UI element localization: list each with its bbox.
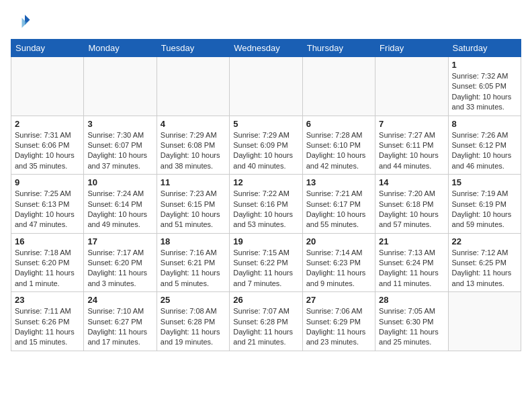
weekday-header-tuesday: Tuesday (157, 40, 229, 57)
cell-info: Sunrise: 7:26 AM Sunset: 6:12 PM Dayligh… (452, 130, 517, 172)
day-number: 1 (452, 60, 517, 70)
cell-info: Sunrise: 7:14 AM Sunset: 6:23 PM Dayligh… (306, 248, 371, 289)
cell-info: Sunrise: 7:28 AM Sunset: 6:10 PM Dayligh… (306, 130, 371, 172)
day-number: 22 (452, 236, 517, 246)
calendar-cell: 13Sunrise: 7:21 AM Sunset: 6:17 PM Dayli… (302, 175, 375, 234)
calendar-cell: 16Sunrise: 7:18 AM Sunset: 6:20 PM Dayli… (11, 233, 84, 292)
calendar-cell: 21Sunrise: 7:13 AM Sunset: 6:24 PM Dayli… (375, 233, 448, 292)
day-number: 19 (233, 236, 298, 246)
day-number: 27 (306, 295, 371, 305)
cell-info: Sunrise: 7:31 AM Sunset: 6:06 PM Dayligh… (15, 130, 80, 172)
calendar-cell: 7Sunrise: 7:27 AM Sunset: 6:11 PM Daylig… (375, 116, 448, 175)
weekday-header-wednesday: Wednesday (230, 40, 302, 57)
cell-info: Sunrise: 7:16 AM Sunset: 6:21 PM Dayligh… (161, 248, 226, 289)
day-number: 8 (452, 119, 517, 129)
cell-info: Sunrise: 7:23 AM Sunset: 6:15 PM Dayligh… (161, 189, 226, 230)
calendar-cell (11, 57, 84, 116)
day-number: 7 (379, 119, 444, 129)
calendar-cell (230, 57, 302, 116)
day-number: 26 (233, 295, 298, 305)
cell-info: Sunrise: 7:18 AM Sunset: 6:20 PM Dayligh… (15, 248, 80, 289)
weekday-header-saturday: Saturday (448, 40, 521, 57)
page-header (11, 11, 521, 31)
cell-info: Sunrise: 7:07 AM Sunset: 6:28 PM Dayligh… (233, 306, 298, 348)
day-number: 20 (306, 236, 371, 246)
week-row-5: 23Sunrise: 7:11 AM Sunset: 6:26 PM Dayli… (11, 292, 521, 351)
cell-info: Sunrise: 7:10 AM Sunset: 6:27 PM Dayligh… (87, 306, 152, 348)
calendar-cell: 15Sunrise: 7:19 AM Sunset: 6:19 PM Dayli… (448, 175, 521, 234)
day-number: 4 (161, 119, 226, 129)
calendar-header-row: SundayMondayTuesdayWednesdayThursdayFrid… (11, 40, 521, 57)
calendar-cell: 25Sunrise: 7:08 AM Sunset: 6:28 PM Dayli… (157, 292, 229, 351)
cell-info: Sunrise: 7:06 AM Sunset: 6:29 PM Dayligh… (306, 306, 371, 348)
day-number: 5 (233, 119, 298, 129)
calendar-cell (375, 57, 448, 116)
calendar-cell: 19Sunrise: 7:15 AM Sunset: 6:22 PM Dayli… (230, 233, 302, 292)
calendar-cell: 14Sunrise: 7:20 AM Sunset: 6:18 PM Dayli… (375, 175, 448, 234)
cell-info: Sunrise: 7:29 AM Sunset: 6:08 PM Dayligh… (161, 130, 226, 172)
calendar-cell (157, 57, 229, 116)
calendar-cell (448, 292, 521, 351)
cell-info: Sunrise: 7:21 AM Sunset: 6:17 PM Dayligh… (306, 189, 371, 230)
day-number: 17 (87, 236, 152, 246)
calendar-cell: 28Sunrise: 7:05 AM Sunset: 6:30 PM Dayli… (375, 292, 448, 351)
calendar-cell: 6Sunrise: 7:28 AM Sunset: 6:10 PM Daylig… (302, 116, 375, 175)
week-row-1: 1Sunrise: 7:32 AM Sunset: 6:05 PM Daylig… (11, 57, 521, 116)
cell-info: Sunrise: 7:25 AM Sunset: 6:13 PM Dayligh… (15, 189, 80, 230)
calendar-cell: 20Sunrise: 7:14 AM Sunset: 6:23 PM Dayli… (302, 233, 375, 292)
week-row-4: 16Sunrise: 7:18 AM Sunset: 6:20 PM Dayli… (11, 233, 521, 292)
calendar-cell: 8Sunrise: 7:26 AM Sunset: 6:12 PM Daylig… (448, 116, 521, 175)
cell-info: Sunrise: 7:20 AM Sunset: 6:18 PM Dayligh… (379, 189, 444, 230)
calendar-cell: 3Sunrise: 7:30 AM Sunset: 6:07 PM Daylig… (84, 116, 157, 175)
day-number: 13 (306, 177, 371, 187)
day-number: 14 (379, 177, 444, 187)
cell-info: Sunrise: 7:32 AM Sunset: 6:05 PM Dayligh… (452, 71, 517, 113)
cell-info: Sunrise: 7:19 AM Sunset: 6:19 PM Dayligh… (452, 189, 517, 230)
cell-info: Sunrise: 7:13 AM Sunset: 6:24 PM Dayligh… (379, 248, 444, 289)
weekday-header-thursday: Thursday (302, 40, 375, 57)
calendar-cell: 12Sunrise: 7:22 AM Sunset: 6:16 PM Dayli… (230, 175, 302, 234)
day-number: 12 (233, 177, 298, 187)
calendar-cell (302, 57, 375, 116)
cell-info: Sunrise: 7:15 AM Sunset: 6:22 PM Dayligh… (233, 248, 298, 289)
calendar-cell: 5Sunrise: 7:29 AM Sunset: 6:09 PM Daylig… (230, 116, 302, 175)
day-number: 3 (87, 119, 152, 129)
logo (11, 11, 32, 31)
cell-info: Sunrise: 7:12 AM Sunset: 6:25 PM Dayligh… (452, 248, 517, 289)
calendar-cell: 26Sunrise: 7:07 AM Sunset: 6:28 PM Dayli… (230, 292, 302, 351)
day-number: 9 (15, 177, 80, 187)
calendar-cell: 22Sunrise: 7:12 AM Sunset: 6:25 PM Dayli… (448, 233, 521, 292)
day-number: 28 (379, 295, 444, 305)
calendar-cell: 9Sunrise: 7:25 AM Sunset: 6:13 PM Daylig… (11, 175, 84, 234)
calendar-cell: 10Sunrise: 7:24 AM Sunset: 6:14 PM Dayli… (84, 175, 157, 234)
weekday-header-friday: Friday (375, 40, 448, 57)
day-number: 15 (452, 177, 517, 187)
day-number: 16 (15, 236, 80, 246)
cell-info: Sunrise: 7:27 AM Sunset: 6:11 PM Dayligh… (379, 130, 444, 172)
cell-info: Sunrise: 7:30 AM Sunset: 6:07 PM Dayligh… (87, 130, 152, 172)
cell-info: Sunrise: 7:22 AM Sunset: 6:16 PM Dayligh… (233, 189, 298, 230)
calendar-cell: 1Sunrise: 7:32 AM Sunset: 6:05 PM Daylig… (448, 57, 521, 116)
cell-info: Sunrise: 7:24 AM Sunset: 6:14 PM Dayligh… (87, 189, 152, 230)
day-number: 11 (161, 177, 226, 187)
day-number: 24 (87, 295, 152, 305)
calendar-cell: 17Sunrise: 7:17 AM Sunset: 6:20 PM Dayli… (84, 233, 157, 292)
cell-info: Sunrise: 7:11 AM Sunset: 6:26 PM Dayligh… (15, 306, 80, 348)
day-number: 18 (161, 236, 226, 246)
calendar-cell: 4Sunrise: 7:29 AM Sunset: 6:08 PM Daylig… (157, 116, 229, 175)
calendar-cell: 11Sunrise: 7:23 AM Sunset: 6:15 PM Dayli… (157, 175, 229, 234)
calendar-cell: 18Sunrise: 7:16 AM Sunset: 6:21 PM Dayli… (157, 233, 229, 292)
day-number: 10 (87, 177, 152, 187)
cell-info: Sunrise: 7:05 AM Sunset: 6:30 PM Dayligh… (379, 306, 444, 348)
calendar-cell: 27Sunrise: 7:06 AM Sunset: 6:29 PM Dayli… (302, 292, 375, 351)
day-number: 2 (15, 119, 80, 129)
cell-info: Sunrise: 7:08 AM Sunset: 6:28 PM Dayligh… (161, 306, 226, 348)
logo-icon (11, 11, 31, 31)
cell-info: Sunrise: 7:17 AM Sunset: 6:20 PM Dayligh… (87, 248, 152, 289)
calendar-cell: 24Sunrise: 7:10 AM Sunset: 6:27 PM Dayli… (84, 292, 157, 351)
weekday-header-monday: Monday (84, 40, 157, 57)
week-row-2: 2Sunrise: 7:31 AM Sunset: 6:06 PM Daylig… (11, 116, 521, 175)
weekday-header-sunday: Sunday (11, 40, 84, 57)
day-number: 25 (161, 295, 226, 305)
day-number: 21 (379, 236, 444, 246)
